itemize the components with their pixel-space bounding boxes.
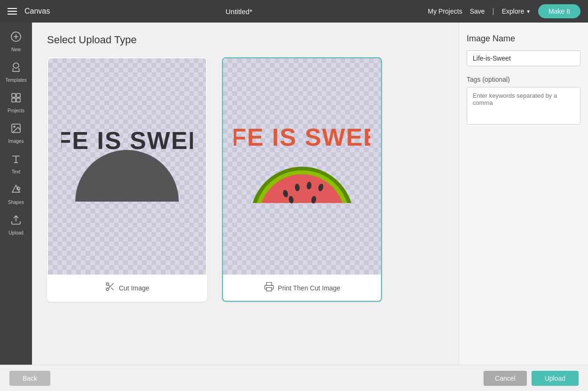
cut-image-footer: Cut Image — [48, 274, 206, 301]
ptc-image-artwork: LIFE IS SWEET — [223, 58, 381, 274]
sidebar-item-upload[interactable]: Upload — [0, 210, 32, 240]
brand-name: Canvas — [24, 7, 50, 16]
cut-image-artwork: LIFE IS SWEET — [48, 58, 206, 274]
sidebar-item-templates[interactable]: Templates — [0, 57, 32, 87]
upload-button[interactable]: Upload — [532, 371, 579, 386]
cut-image-preview: LIFE IS SWEET — [48, 58, 206, 274]
svg-rect-5 — [12, 98, 16, 102]
back-button[interactable]: Back — [9, 371, 50, 386]
right-panel: Image Name Tags (optional) — [459, 23, 588, 365]
top-nav: Canvas Untitled* My Projects Save | Expl… — [0, 0, 588, 23]
make-it-button[interactable]: Make It — [538, 4, 580, 18]
new-icon — [10, 31, 22, 45]
sidebar-label-projects: Projects — [8, 108, 24, 113]
cut-image-card[interactable]: LIFE IS SWEET — [47, 57, 207, 302]
ptc-watermelon-svg — [250, 149, 354, 215]
document-title: Untitled* — [56, 8, 422, 16]
sidebar-item-text[interactable]: Text — [0, 149, 32, 179]
templates-icon — [10, 62, 22, 76]
svg-text:LIFE IS SWEET: LIFE IS SWEET — [234, 124, 370, 151]
upload-icon — [10, 214, 22, 228]
scissors-icon — [105, 282, 115, 294]
image-name-input[interactable] — [467, 50, 580, 66]
my-projects-link[interactable]: My Projects — [428, 8, 462, 15]
chevron-down-icon: ▼ — [526, 9, 531, 14]
cut-shape-svg — [75, 150, 179, 211]
image-name-title: Image Name — [467, 34, 580, 44]
content-area: Select Upload Type LIFE IS SWEET — [32, 23, 459, 365]
ptc-image-preview: LIFE IS SWEET — [223, 58, 381, 274]
page-title: Select Upload Type — [47, 34, 444, 46]
sidebar-label-new: New — [11, 47, 21, 52]
sidebar-item-images[interactable]: Images — [0, 118, 32, 149]
images-icon — [10, 123, 22, 137]
printer-icon — [264, 282, 274, 294]
sidebar-label-upload: Upload — [8, 230, 24, 235]
svg-point-8 — [14, 126, 15, 127]
cards-area: LIFE IS SWEET — [32, 54, 459, 365]
cut-image-label: Cut Image — [119, 284, 150, 292]
tags-label: Tags (optional) — [467, 76, 580, 83]
sidebar-label-templates: Templates — [5, 78, 27, 83]
sidebar-label-shapes: Shapes — [8, 200, 24, 205]
cut-image-checker-bg: LIFE IS SWEET — [48, 58, 206, 274]
text-icon — [10, 153, 22, 167]
save-link[interactable]: Save — [470, 8, 485, 15]
hamburger-menu[interactable] — [8, 8, 17, 15]
svg-line-16 — [108, 285, 110, 287]
bottom-bar: Back Cancel Upload — [0, 365, 588, 391]
sidebar-item-shapes[interactable]: Shapes — [0, 179, 32, 210]
shapes-icon — [10, 184, 22, 198]
svg-rect-24 — [266, 288, 271, 291]
explore-dropdown[interactable]: Explore ▼ — [502, 8, 531, 15]
svg-point-12 — [106, 283, 109, 286]
main-layout: New Templates Projects — [0, 23, 588, 365]
tags-input[interactable] — [467, 87, 580, 125]
sidebar-label-text: Text — [12, 169, 20, 174]
explore-label: Explore — [502, 8, 524, 15]
ptc-label: Print Then Cut Image — [278, 284, 341, 292]
sidebar: New Templates Projects — [0, 23, 32, 365]
ptc-checker-bg: LIFE IS SWEET — [223, 58, 381, 274]
svg-line-15 — [111, 288, 113, 290]
cancel-button[interactable]: Cancel — [484, 371, 527, 386]
svg-rect-4 — [16, 94, 20, 97]
nav-divider: | — [493, 7, 494, 16]
sidebar-item-new[interactable]: New — [0, 26, 32, 57]
print-then-cut-card[interactable]: LIFE IS SWEET — [222, 57, 382, 302]
content-header: Select Upload Type — [32, 23, 459, 54]
svg-point-13 — [106, 288, 109, 291]
sidebar-label-images: Images — [8, 139, 24, 144]
ptc-text-svg: LIFE IS SWEET — [234, 118, 370, 151]
topnav-actions: My Projects Save | Explore ▼ Make It — [428, 4, 580, 18]
svg-rect-3 — [12, 94, 16, 97]
projects-icon — [10, 92, 22, 106]
sidebar-item-projects[interactable]: Projects — [0, 87, 32, 118]
bottom-right-buttons: Cancel Upload — [484, 371, 579, 386]
svg-rect-6 — [16, 98, 20, 102]
ptc-footer: Print Then Cut Image — [223, 274, 381, 301]
